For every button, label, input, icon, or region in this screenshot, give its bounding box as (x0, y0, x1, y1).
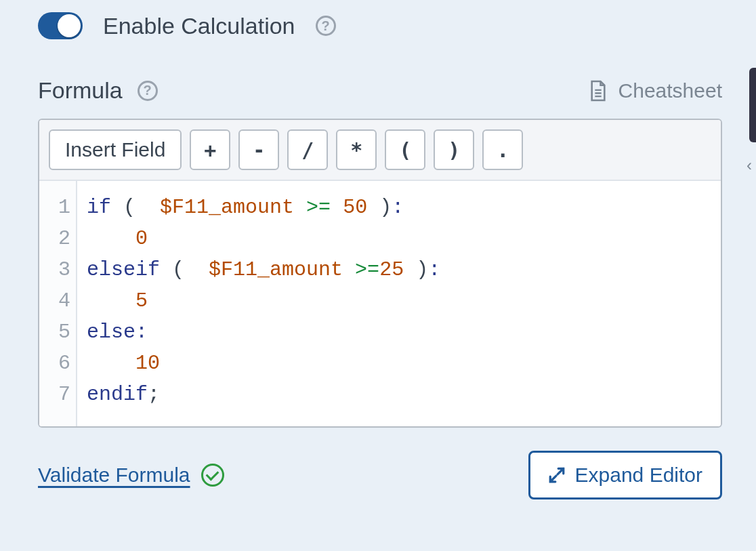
line-number: 4 (39, 285, 70, 317)
op-divide-button[interactable]: / (287, 129, 328, 170)
op-plus-button[interactable]: + (190, 129, 230, 170)
enable-calculation-toggle[interactable] (38, 12, 83, 39)
expand-icon (548, 466, 566, 484)
cheatsheet-link[interactable]: Cheatsheet (589, 79, 722, 102)
op-rparen-button[interactable]: ) (434, 129, 474, 170)
formula-label: Formula (38, 77, 123, 104)
code-editor[interactable]: if ( $F11_amount >= 50 ): 0 elseif ( $F1… (77, 181, 721, 426)
line-number: 1 (39, 192, 70, 223)
op-dot-button[interactable]: . (482, 129, 523, 170)
validate-formula-label: Validate Formula (38, 464, 190, 487)
side-handle[interactable] (749, 68, 756, 142)
expand-editor-button[interactable]: Expand Editor (528, 451, 722, 499)
help-icon[interactable]: ? (138, 81, 158, 101)
expand-editor-label: Expand Editor (575, 464, 702, 487)
chevron-left-icon: ‹ (747, 156, 756, 172)
line-number: 5 (39, 317, 70, 348)
document-icon (589, 79, 608, 102)
line-number: 2 (39, 223, 70, 254)
line-number: 6 (39, 348, 70, 379)
insert-field-button[interactable]: Insert Field (49, 129, 182, 170)
checkmark-circle-icon (201, 464, 224, 487)
formula-toolbar: Insert Field + - / * ( ) . (39, 120, 721, 181)
line-number: 7 (39, 379, 70, 410)
enable-calculation-label: Enable Calculation (103, 13, 295, 39)
op-minus-button[interactable]: - (238, 129, 279, 170)
op-multiply-button[interactable]: * (336, 129, 377, 170)
op-lparen-button[interactable]: ( (385, 129, 425, 170)
help-icon[interactable]: ? (316, 16, 336, 36)
formula-editor: Insert Field + - / * ( ) . 1 2 3 4 5 6 7… (38, 119, 722, 428)
line-number: 3 (39, 254, 70, 285)
validate-formula-link[interactable]: Validate Formula (38, 464, 224, 487)
line-gutter: 1 2 3 4 5 6 7 (39, 181, 77, 426)
cheatsheet-label: Cheatsheet (618, 79, 722, 102)
